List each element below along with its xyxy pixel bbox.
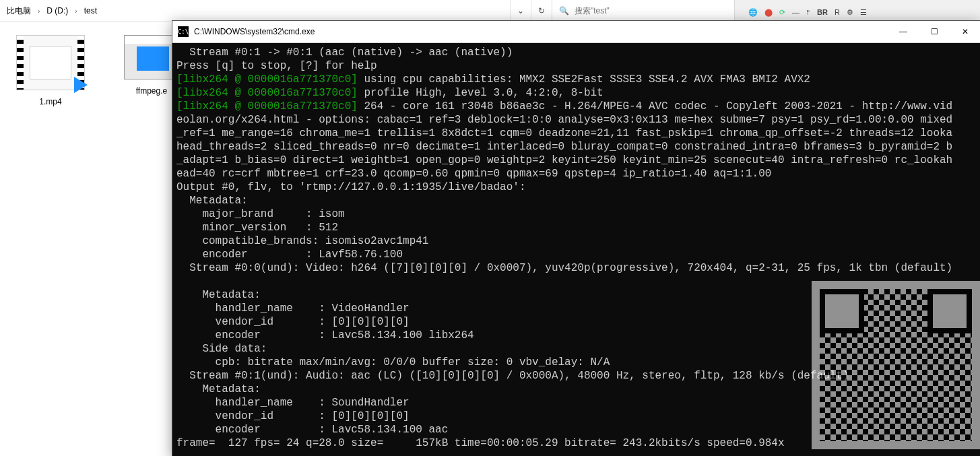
term-line: head_threads=2 sliced_threads=0 nr=0 dec…: [176, 141, 952, 153]
term-line: eolan.org/x264.html - options: cabac=1 r…: [176, 114, 952, 126]
crumb-drive[interactable]: D (D:): [46, 6, 68, 15]
crumb-root[interactable]: 比电脑: [7, 5, 31, 17]
term-line: [libx264 @ 0000016a771370c0]: [176, 87, 358, 99]
search-icon: 🔍: [559, 6, 569, 15]
search-input[interactable]: 🔍 搜索"test": [552, 0, 734, 22]
r-badge[interactable]: R: [835, 8, 840, 16]
term-line: vendor_id : [0][0][0][0]: [176, 410, 410, 422]
term-line: using cpu capabilities: MMX2 SSE2Fast SS…: [358, 73, 810, 86]
term-line: Metadata:: [176, 383, 261, 395]
term-line: handler_name : SoundHandler: [176, 397, 410, 409]
term-line: minor_version : 512: [176, 222, 338, 234]
close-button[interactable]: ✕: [950, 21, 980, 42]
term-line: ead=40 rc=crf mbtree=1 crf=23.0 qcomp=0.…: [176, 168, 771, 180]
term-line: cpb: bitrate max/min/avg: 0/0/0 buffer s…: [176, 356, 610, 368]
file-label: 1.mp4: [39, 97, 61, 106]
term-line: _ref=1 me_range=16 chroma_me=1 trellis=1…: [176, 127, 952, 139]
term-line: Side data:: [176, 343, 267, 355]
term-line: encoder : Lavc58.134.100 aac: [176, 424, 448, 436]
cmd-icon: C:\: [178, 26, 189, 37]
term-line: _adapt=1 b_bias=0 direct=1 weightb=1 ope…: [176, 154, 952, 166]
term-line: [libx264 @ 0000016a771370c0]: [176, 100, 358, 112]
chevron-right-icon: ›: [38, 7, 40, 15]
term-line: 264 - core 161 r3048 b86ae3c - H.264/MPE…: [358, 100, 952, 112]
br-badge[interactable]: BR: [817, 8, 828, 16]
term-line: encoder : Lavf58.76.100: [176, 249, 403, 261]
term-line: Press [q] to stop, [?] for help: [176, 60, 377, 72]
equalizer-icon[interactable]: ⫯: [806, 8, 810, 16]
term-line: compatible_brands: isomiso2avc1mp41: [176, 235, 428, 247]
term-line: [libx264 @ 0000016a771370c0]: [176, 73, 358, 86]
search-placeholder: 搜索"test": [575, 5, 610, 17]
history-dropdown-icon[interactable]: ⌄: [510, 0, 531, 22]
dash-icon[interactable]: —: [792, 8, 799, 16]
minimize-button[interactable]: —: [888, 21, 919, 42]
cmd-titlebar[interactable]: C:\ C:\WINDOWS\system32\cmd.exe — ☐ ✕: [172, 21, 980, 43]
video-thumb-icon: [16, 35, 85, 90]
refresh-icon[interactable]: ⟳: [779, 8, 785, 17]
term-line: vendor_id : [0][0][0][0]: [176, 316, 410, 328]
term-line: handler_name : VideoHandler: [176, 302, 410, 315]
term-line: encoder : Lavc58.134.100 libx264: [176, 329, 474, 341]
refresh-icon[interactable]: ↻: [531, 0, 552, 22]
chevron-right-icon: ›: [75, 7, 77, 15]
term-line: Metadata:: [176, 289, 261, 301]
crumb-folder[interactable]: test: [84, 6, 97, 15]
window-buttons: — ☐ ✕: [888, 21, 980, 42]
explorer-address-bar: 比电脑 › D (D:) › test ⌄ ↻ 🔍 搜索"test": [0, 0, 734, 22]
term-line: Stream #0:0(und): Video: h264 ([7][0][0]…: [176, 262, 952, 274]
file-label: ffmpeg.e: [136, 86, 167, 96]
play-icon: [74, 77, 88, 93]
files-area: 1.mp4 ffmpeg.e: [13, 35, 189, 106]
cmd-title: C:\WINDOWS\system32\cmd.exe: [194, 27, 882, 36]
maximize-button[interactable]: ☐: [919, 21, 950, 42]
dot-icon[interactable]: ⬤: [764, 8, 773, 17]
settings-icon[interactable]: ⚙: [847, 8, 853, 17]
qr-code-overlay: [812, 281, 980, 449]
breadcrumb[interactable]: 比电脑 › D (D:) › test: [0, 5, 510, 17]
exe-thumb-icon: [124, 35, 179, 79]
term-line: Stream #0:1 -> #0:1 (aac (native) -> aac…: [176, 46, 513, 59]
globe-icon[interactable]: 🌐: [748, 8, 758, 17]
term-line: Stream #0:1(und): Audio: aac (LC) ([10][…: [176, 370, 849, 382]
term-line: Output #0, flv, to 'rtmp://127.0.0.1:193…: [176, 181, 525, 193]
term-line: major_brand : isom: [176, 208, 345, 220]
term-line: profile High, level 3.0, 4:2:0, 8-bit: [358, 87, 603, 99]
file-item-video[interactable]: 1.mp4: [13, 35, 88, 106]
term-line: Metadata:: [176, 195, 248, 207]
term-line: frame= 127 fps= 24 q=28.0 size= 157kB ti…: [176, 437, 785, 449]
menu-icon[interactable]: ☰: [860, 8, 867, 17]
